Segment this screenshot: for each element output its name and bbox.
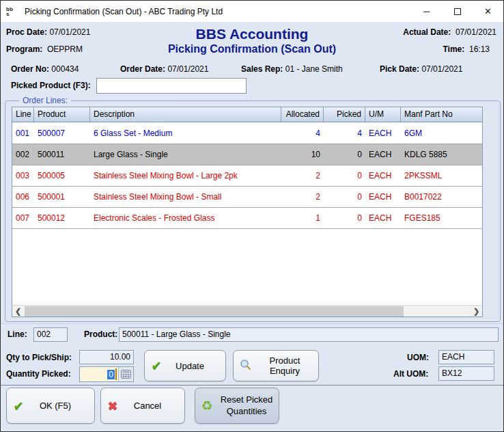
reset-button-label: Reset Picked Quantities [219,394,279,417]
close-button[interactable]: ✕ [473,1,503,22]
order-lines-table: LineProductDescriptionAllocatedPickedU/M… [12,107,483,317]
scroll-right-icon[interactable]: ❯ [471,306,482,317]
product-label: Product: [84,329,117,339]
order-lines-group-label: Order Lines: [19,96,71,105]
cell-allocated: 2 [281,171,324,180]
cell-um: EACH [365,129,401,138]
cell-line: 002 [12,150,34,159]
cell-product: 500007 [34,129,90,138]
alt-uom-field: BX12 [438,366,494,381]
cancel-button-label: Cancel [124,401,184,411]
product-enquiry-button[interactable]: Product Enquiry [233,350,319,381]
cell-line: 006 [12,192,34,202]
actual-date-label: Actual Date: [403,27,451,37]
cancel-button[interactable]: ✖ Cancel [100,388,185,424]
order-date-value: 07/01/2021 [167,64,208,74]
green-check-icon: ✔ [7,399,30,414]
table-row[interactable]: 0015000076 Glass Set - Medium44EACH6GM [12,123,482,144]
actual-date-value: 07/01/2021 [456,27,496,37]
picked-product-label: Picked Product (F3): [11,81,91,90]
time-label: Time: [443,44,464,54]
cell-description: Stainless Steel Mixing Bowl - Large 2pk [90,171,281,180]
cell-picked: 0 [324,192,365,202]
cell-product: 500001 [34,192,90,202]
red-x-icon: ✖ [101,399,124,414]
time-value: 16:13 [469,44,490,54]
ok-button-label: OK (F5) [30,401,94,411]
sales-rep-label: Sales Rep: [241,64,283,74]
calculator-icon[interactable] [118,367,133,381]
cell-manf_part_no: B0017022 [401,192,482,202]
minimize-button[interactable]: ─ [411,1,442,22]
window-title: Picking Confirmation (Scan Out) - ABC Tr… [25,7,223,16]
screen-title: Picking Confirmation (Scan Out) [1,43,503,55]
cell-allocated: 4 [281,129,324,138]
table-row[interactable]: 007500012Electronic Scales - Frosted Gla… [12,208,482,229]
column-header-picked[interactable]: Picked [324,107,365,122]
update-button[interactable]: ✔ Update [144,350,226,381]
cell-um: EACH [365,171,401,180]
app-window: bbs Picking Confirmation (Scan Out) - AB… [0,0,504,432]
table-row[interactable]: 002500011Large Glass - Single100EACHKDLG… [12,144,482,165]
uom-label: UOM: [407,353,429,362]
cell-description: Large Glass - Single [90,150,281,159]
cell-manf_part_no: KDLG 5885 [401,150,482,159]
order-info-row: Order No: 000434 Order Date: 07/01/2021 … [1,64,503,77]
table-body: 0015000076 Glass Set - Medium44EACH6GM00… [12,123,482,305]
qty-to-pick-label: Qty to Pick/Ship: [6,353,72,362]
cell-allocated: 1 [281,213,324,223]
table-header-row: LineProductDescriptionAllocatedPickedU/M… [12,107,482,122]
recycle-icon: ♻ [195,398,219,414]
order-no-value: 000434 [51,64,79,74]
cell-description: Electronic Scales - Frosted Glass [90,213,281,223]
column-header-product[interactable]: Product [34,107,90,122]
cell-manf_part_no: 2PKSSML [401,171,482,180]
cell-product: 500011 [34,150,90,159]
cell-line: 001 [12,129,34,138]
titlebar: bbs Picking Confirmation (Scan Out) - AB… [1,1,503,22]
column-header-um[interactable]: U/M [365,107,401,122]
column-header-manf_part_no[interactable]: Manf Part No [401,107,482,122]
detail-panel: Line: 002 Product: 500011 - Large Glass … [1,323,503,385]
qty-picked-label: Quantity Picked: [6,369,71,379]
cell-um: EACH [365,213,401,223]
actual-date: Actual Date: 07/01/2021 [403,27,496,37]
table-row[interactable]: 003500005Stainless Steel Mixing Bowl - L… [12,165,482,187]
maximize-button[interactable] [442,1,473,22]
ok-button[interactable]: ✔ OK (F5) [6,388,95,424]
product-field: 500011 - Large Glass - Single [119,327,499,342]
pick-date-value: 07/01/2021 [421,64,462,74]
cell-allocated: 2 [281,192,324,202]
qty-picked-input[interactable]: 0 [79,366,134,382]
cell-picked: 4 [324,129,365,138]
cell-manf_part_no: 6GM [401,129,482,138]
cell-line: 003 [12,171,34,180]
cell-picked: 0 [324,171,365,180]
qty-to-pick-field: 10.00 [79,350,134,364]
time: Time: 16:13 [443,44,496,54]
magnifier-icon [234,359,257,373]
order-date-label: Order Date: [120,64,165,74]
line-label: Line: [8,329,27,339]
order-lines-group: Order Lines: LineProductDescriptionAlloc… [5,100,501,322]
uom-field: EACH [438,350,494,364]
column-header-allocated[interactable]: Allocated [281,107,324,122]
cell-description: Stainless Steel Mixing Bowl - Small [90,192,281,202]
update-button-label: Update [168,361,225,371]
cell-allocated: 10 [281,150,324,159]
alt-uom-label: Alt UOM: [393,369,428,379]
bbs-logo-icon: bbs [6,5,20,18]
scroll-left-icon[interactable]: ❮ [12,306,24,317]
cell-description: 6 Glass Set - Medium [90,129,281,138]
sales-rep-value: 01 - Jane Smith [285,64,343,74]
column-header-line[interactable]: Line [12,107,34,122]
cell-picked: 0 [324,213,365,223]
column-header-description[interactable]: Description [90,107,281,122]
scrollbar-thumb[interactable] [25,306,404,316]
cell-product: 500005 [34,171,90,180]
table-row[interactable]: 006500001Stainless Steel Mixing Bowl - S… [12,187,482,208]
horizontal-scrollbar[interactable]: ❮ ❯ [12,305,482,316]
picked-product-input[interactable] [96,78,247,94]
reset-picked-quantities-button[interactable]: ♻ Reset Picked Quantities [195,388,279,424]
pick-date-label: Pick Date: [380,64,419,74]
